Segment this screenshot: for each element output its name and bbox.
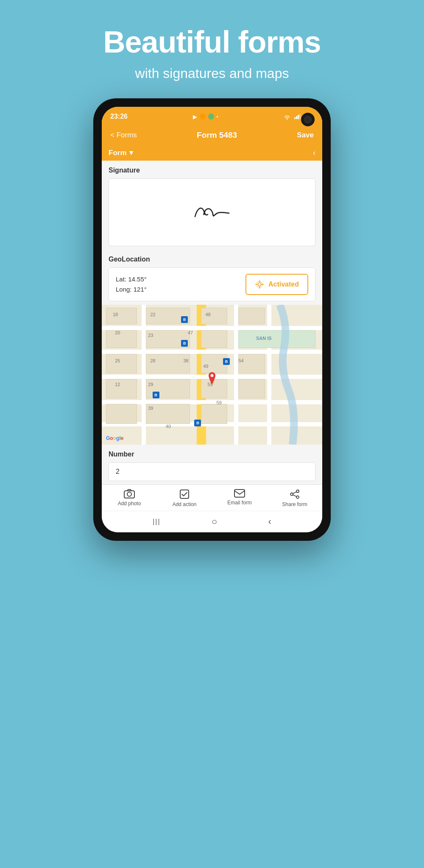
activated-label: Activated bbox=[268, 281, 299, 288]
toolbar-chevron-right-icon[interactable]: ‹ bbox=[313, 148, 315, 157]
nav-back-icon[interactable]: ‹ bbox=[268, 516, 271, 527]
android-icon-2 bbox=[208, 114, 214, 120]
share-icon bbox=[290, 489, 300, 499]
latitude-value: Lat: 14.55° bbox=[116, 274, 147, 284]
email-form-label: Email form bbox=[227, 500, 251, 506]
back-button[interactable]: < Forms bbox=[110, 131, 137, 139]
bottom-action-bar: Add photo Add action Email form bbox=[102, 484, 322, 511]
number-label: Number bbox=[109, 451, 315, 458]
geolocation-label: GeoLocation bbox=[109, 256, 315, 263]
signature-section: Signature bbox=[102, 161, 322, 250]
geo-coordinates: Lat: 14.55° Long: 121° bbox=[116, 274, 147, 295]
toolbar-form-button[interactable]: Form ▾ bbox=[109, 148, 133, 157]
camera-icon bbox=[124, 489, 135, 498]
signature-box[interactable] bbox=[109, 178, 315, 246]
number-section: Number 2 bbox=[102, 445, 322, 484]
number-input[interactable]: 2 bbox=[109, 462, 315, 481]
phone-frame: 23:26 ▶ • bbox=[93, 98, 331, 541]
geolocation-box: Lat: 14.55° Long: 121° Activated bbox=[109, 267, 315, 301]
svg-point-19 bbox=[290, 493, 293, 495]
save-button[interactable]: Save bbox=[297, 131, 314, 139]
svg-point-7 bbox=[258, 283, 261, 286]
svg-rect-17 bbox=[234, 490, 245, 497]
checkbox-icon bbox=[179, 489, 190, 499]
form-label: Form bbox=[109, 149, 127, 157]
google-logo: Google bbox=[106, 435, 123, 441]
signal-icon bbox=[294, 114, 301, 119]
add-action-button[interactable]: Add action bbox=[157, 489, 212, 507]
chevron-down-icon: ▾ bbox=[129, 148, 133, 157]
phone-screen: 23:26 ▶ • bbox=[102, 107, 322, 532]
svg-line-21 bbox=[293, 492, 296, 494]
add-photo-label: Add photo bbox=[118, 501, 141, 506]
svg-point-13 bbox=[211, 374, 214, 377]
app-header: < Forms Form 5483 Save bbox=[102, 125, 322, 145]
map-pin bbox=[207, 372, 217, 385]
wifi-icon bbox=[283, 114, 291, 120]
nav-home-icon[interactable]: ○ bbox=[212, 516, 217, 527]
location-icon bbox=[255, 280, 264, 289]
notification-icon: ▶ bbox=[193, 114, 197, 120]
svg-point-20 bbox=[296, 496, 299, 498]
svg-rect-1 bbox=[296, 116, 297, 119]
svg-rect-0 bbox=[294, 117, 296, 119]
email-form-button[interactable]: Email form bbox=[212, 489, 267, 507]
status-bar: 23:26 ▶ • bbox=[102, 107, 322, 125]
signature-label: Signature bbox=[109, 167, 315, 174]
svg-rect-2 bbox=[298, 115, 299, 119]
camera-lens bbox=[304, 116, 312, 123]
add-photo-button[interactable]: Add photo bbox=[102, 489, 157, 507]
dot-separator: • bbox=[217, 114, 218, 119]
android-icon-1 bbox=[200, 114, 206, 120]
hero-title: Beautiful forms bbox=[103, 25, 321, 59]
add-action-label: Add action bbox=[173, 501, 197, 507]
phone-mockup: 23:26 ▶ • bbox=[93, 98, 331, 541]
status-time: 23:26 bbox=[110, 113, 128, 120]
share-form-label: Share form bbox=[282, 501, 307, 507]
hero-subtitle: with signatures and maps bbox=[135, 66, 289, 81]
share-form-button[interactable]: Share form bbox=[267, 489, 322, 507]
map-background: 18 20 22 23 25 28 12 29 39 40 47 48 38 4… bbox=[102, 305, 322, 445]
longitude-value: Long: 121° bbox=[116, 284, 147, 295]
status-icons: ▶ • bbox=[193, 114, 218, 120]
activated-button[interactable]: Activated bbox=[245, 274, 308, 295]
svg-line-22 bbox=[293, 495, 296, 497]
map-container[interactable]: 18 20 22 23 25 28 12 29 39 40 47 48 38 4… bbox=[102, 305, 322, 445]
camera-cutout bbox=[301, 113, 315, 126]
geolocation-section: GeoLocation Lat: 14.55° Long: 121° bbox=[102, 250, 322, 305]
toolbar: Form ▾ ‹ bbox=[102, 145, 322, 161]
svg-rect-3 bbox=[299, 114, 301, 119]
header-title: Form 5483 bbox=[197, 131, 237, 140]
phone-nav-bar: ||| ○ ‹ bbox=[102, 511, 322, 532]
svg-point-15 bbox=[127, 492, 131, 496]
svg-point-18 bbox=[296, 490, 299, 492]
signature-drawing bbox=[170, 195, 254, 229]
nav-menu-icon[interactable]: ||| bbox=[153, 518, 160, 526]
email-icon bbox=[234, 489, 245, 498]
